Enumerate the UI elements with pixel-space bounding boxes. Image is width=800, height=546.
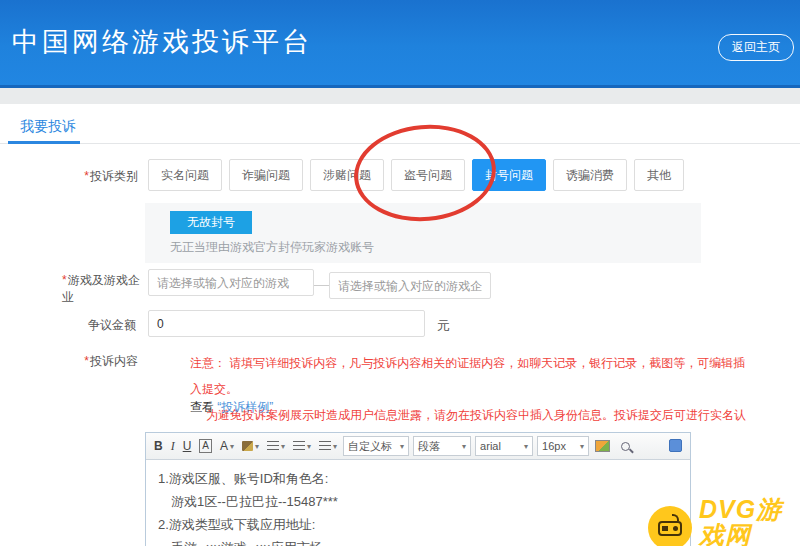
category-option-banned-account[interactable]: 封号问题: [472, 159, 546, 191]
underline-button[interactable]: U: [180, 436, 195, 456]
game-company-label: *游戏及游戏企业: [62, 272, 148, 306]
tab-bar: 我要投诉: [0, 104, 800, 144]
game-input[interactable]: [148, 269, 314, 296]
editor-line: 游戏1区--巴拉巴拉--15487***: [158, 490, 678, 513]
italic-button[interactable]: I: [168, 436, 178, 456]
sample-prefix: 查看: [190, 400, 217, 414]
dispute-amount-input[interactable]: [148, 310, 425, 337]
page: 中国网络游戏投诉平台 返回主页 我要投诉 *投诉类别 实名问题 诈骗问题 涉赌问…: [0, 0, 800, 546]
editor-line: 1.游戏区服、账号ID和角色名:: [158, 467, 678, 490]
line-height-icon: [293, 441, 305, 451]
editor-content[interactable]: 1.游戏区服、账号ID和角色名: 游戏1区--巴拉巴拉--15487*** 2.…: [146, 460, 690, 546]
return-home-button[interactable]: 返回主页: [718, 34, 794, 61]
editor-line: 手游--××游戏--××应用市场: [158, 536, 678, 546]
category-option-stolen-account[interactable]: 盗号问题: [391, 159, 465, 191]
subcategory-description: 无正当理由游戏官方封停玩家游戏账号: [170, 239, 374, 256]
editor-toolbar: B I U A A 自定义标 段落 arial 16px: [146, 433, 690, 460]
category-detail-box: 无故封号 无正当理由游戏官方封停玩家游戏账号: [145, 203, 701, 263]
required-asterisk: *: [84, 169, 89, 183]
category-option-realname[interactable]: 实名问题: [148, 159, 222, 191]
game-company-input[interactable]: [329, 272, 491, 299]
sample-row: 查看 “投诉样例”: [190, 399, 273, 416]
font-color-button[interactable]: A: [217, 436, 237, 456]
font-size-select[interactable]: 16px: [537, 436, 589, 456]
magnifier-icon: [621, 442, 630, 451]
font-family-select[interactable]: arial: [475, 436, 533, 456]
input-connector-line: [314, 285, 329, 286]
highlight-icon: [242, 441, 253, 451]
category-option-other[interactable]: 其他: [634, 159, 684, 191]
rich-text-editor[interactable]: B I U A A 自定义标 段落 arial 16px 1.游戏区服、账号ID…: [145, 432, 691, 546]
editor-line: 2.游戏类型或下载应用地址:: [158, 513, 678, 536]
search-button[interactable]: [615, 436, 636, 456]
style-select[interactable]: 自定义标: [343, 436, 409, 456]
list-button[interactable]: [316, 436, 340, 456]
fullscreen-icon[interactable]: [669, 439, 682, 452]
align-icon: [267, 441, 279, 451]
insert-image-button[interactable]: [592, 436, 613, 456]
watermark-brand: DVG游戏网: [699, 496, 800, 546]
list-icon: [319, 441, 331, 451]
category-option-fraud[interactable]: 诈骗问题: [229, 159, 303, 191]
gamepad-icon: [648, 506, 692, 546]
dispute-amount-label: 争议金额: [88, 317, 136, 334]
bold-button[interactable]: B: [151, 436, 166, 456]
subcategory-tag-button[interactable]: 无故封号: [170, 211, 252, 234]
page-title: 中国网络游戏投诉平台: [12, 24, 312, 60]
category-option-deceptive-spending[interactable]: 诱骗消费: [553, 159, 627, 191]
tab-active-underline: [8, 141, 80, 144]
complaint-sample-link[interactable]: “投诉样例”: [217, 400, 273, 414]
currency-unit: 元: [437, 317, 450, 335]
image-icon: [595, 440, 610, 452]
align-button[interactable]: [264, 436, 288, 456]
complaint-content-label: *投诉内容: [60, 353, 138, 370]
tab-i-want-to-complain[interactable]: 我要投诉: [20, 118, 76, 136]
notice-line-1: 注意： 请填写详细投诉内容，凡与投诉内容相关的证据内容，如聊天记录，银行记录，截…: [190, 350, 750, 402]
required-asterisk: *: [62, 273, 67, 287]
required-asterisk: *: [84, 354, 89, 368]
paragraph-select[interactable]: 段落: [413, 436, 471, 456]
category-options: 实名问题 诈骗问题 涉赌问题 盗号问题 封号问题 诱骗消费 其他: [148, 159, 691, 191]
header-divider: [0, 88, 800, 104]
category-option-gambling[interactable]: 涉赌问题: [310, 159, 384, 191]
category-label: *投诉类别: [60, 168, 138, 185]
line-height-button[interactable]: [290, 436, 314, 456]
remove-format-button[interactable]: A: [199, 439, 212, 453]
highlight-color-button[interactable]: [239, 436, 262, 456]
dvg-watermark: DVG游戏网 WWW.DVG.CN: [648, 496, 800, 546]
header: 中国网络游戏投诉平台 返回主页: [0, 0, 800, 88]
